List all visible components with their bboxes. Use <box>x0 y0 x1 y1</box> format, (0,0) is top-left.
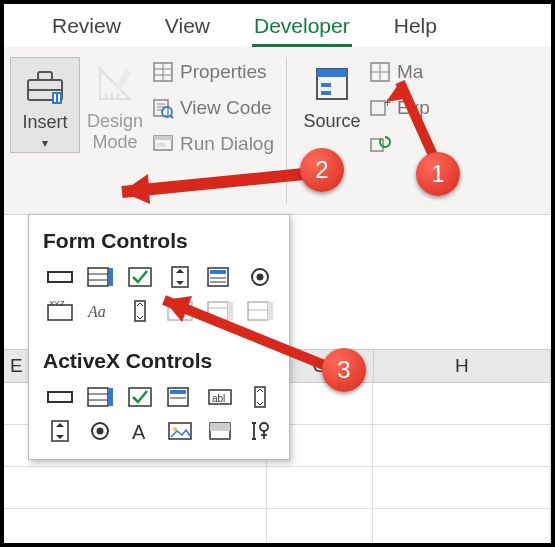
callout-1: 1 <box>416 152 460 196</box>
annotation-arrows <box>4 4 555 547</box>
svg-line-83 <box>164 300 334 369</box>
callout-2: 2 <box>300 148 344 192</box>
screenshot-frame: Review View Developer Help Insert ▾ <box>0 0 555 547</box>
svg-line-82 <box>122 174 304 192</box>
callout-3: 3 <box>322 348 366 392</box>
